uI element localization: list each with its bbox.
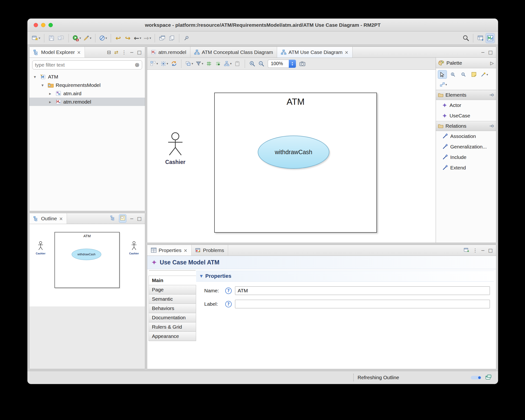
side-tab-page[interactable]: Page: [149, 285, 196, 294]
tab-class-diagram[interactable]: ATM Conceptual Class Diagram: [190, 47, 277, 57]
side-tab-appearance[interactable]: Appearance: [149, 331, 196, 341]
help-icon[interactable]: ?: [225, 301, 232, 307]
tab-properties[interactable]: Properties ×: [147, 245, 192, 256]
view-menu-icon[interactable]: ⋮: [122, 49, 126, 55]
zoom-window-button[interactable]: [48, 23, 53, 27]
progress-indicator[interactable]: [471, 376, 481, 379]
collapse-all-icon[interactable]: ⊟: [107, 49, 111, 55]
pin-open-icon[interactable]: [489, 92, 494, 98]
properties-section-header[interactable]: ▼ Properties: [196, 271, 494, 282]
palette-item-generalization[interactable]: Generalization...: [436, 142, 496, 152]
export-image-button[interactable]: [298, 59, 306, 68]
layers-button[interactable]: ▾: [185, 59, 194, 68]
palette-item-usecase[interactable]: ✦ UseCase: [436, 110, 496, 121]
palette-zoom-out-button[interactable]: [459, 70, 468, 79]
expand-icon[interactable]: ▸: [47, 100, 53, 104]
new-view-icon[interactable]: [464, 247, 469, 253]
paste-style-button[interactable]: [233, 59, 242, 68]
outline-tree-mode-icon[interactable]: [110, 215, 116, 222]
clear-filter-icon[interactable]: ⊗: [135, 62, 140, 68]
minimize-view-icon[interactable]: −: [481, 49, 485, 55]
tab-outline[interactable]: Outline ×: [29, 213, 67, 224]
side-tab-main[interactable]: Main: [149, 276, 196, 285]
next-edit-button[interactable]: ↪: [123, 33, 132, 43]
collapse-palette-icon[interactable]: ▷: [490, 60, 494, 66]
zoom-stepper[interactable]: ▴ ▾: [289, 60, 296, 68]
tab-problems[interactable]: Problems: [192, 245, 228, 256]
refresh-button[interactable]: [170, 59, 178, 68]
side-tab-documentation[interactable]: Documentation: [149, 313, 196, 322]
expand-icon[interactable]: ▾: [32, 74, 38, 79]
progress-view-icon[interactable]: [485, 374, 492, 381]
section-toggle-icon[interactable]: ▼: [200, 274, 203, 278]
arrange-button[interactable]: ▾: [223, 59, 232, 68]
label-input[interactable]: [235, 300, 490, 308]
tree-item-atm[interactable]: ▾ ATM: [29, 73, 145, 81]
minimize-view-icon[interactable]: −: [130, 216, 134, 221]
back-button[interactable]: ← ▾: [133, 33, 142, 43]
usecase-withdrawcash[interactable]: withdrawCash: [258, 136, 329, 169]
snap-to-grid-button[interactable]: [214, 59, 222, 68]
help-icon[interactable]: ?: [225, 288, 232, 294]
note-attachment-tool-button[interactable]: ▾: [480, 70, 489, 79]
minimize-window-button[interactable]: [41, 23, 45, 27]
diagram-canvas[interactable]: Cashier ATM withdrawCash: [147, 70, 436, 243]
close-icon[interactable]: ×: [345, 50, 348, 55]
side-tab-semantic[interactable]: Semantic: [149, 294, 196, 304]
search-button[interactable]: [461, 33, 470, 43]
tab-model-explorer[interactable]: Model Explorer ×: [29, 47, 85, 57]
palette-item-include[interactable]: Include: [436, 152, 496, 163]
palette-header[interactable]: Palette ▷: [436, 58, 496, 68]
minimize-view-icon[interactable]: −: [481, 247, 485, 253]
tree-item-atm-aird[interactable]: ▸ atm.aird: [29, 89, 145, 98]
rm2pt-perspective-button[interactable]: [486, 33, 495, 43]
filter-input[interactable]: [35, 62, 133, 68]
pin-editor-button[interactable]: [182, 33, 191, 43]
view-menu-icon[interactable]: ⋮: [473, 247, 478, 253]
minimize-view-icon[interactable]: −: [130, 49, 134, 55]
maximize-view-icon[interactable]: □: [137, 216, 142, 221]
close-window-button[interactable]: [34, 23, 38, 27]
link-with-editor-icon[interactable]: ⇄: [114, 49, 119, 55]
zoom-out-button[interactable]: [257, 59, 265, 68]
outline-overview-mode-icon[interactable]: [119, 214, 126, 223]
pin-open-icon[interactable]: [489, 123, 494, 129]
run-button[interactable]: ▾: [71, 33, 82, 43]
close-icon[interactable]: ×: [77, 50, 81, 55]
palette-section-relations[interactable]: Relations: [436, 121, 496, 131]
open-perspective-button[interactable]: [476, 33, 485, 43]
skip-breakpoints-button[interactable]: ▾: [98, 33, 108, 43]
link-tool-button[interactable]: ▾: [438, 80, 449, 89]
clone-editor-button[interactable]: [167, 33, 176, 43]
palette-item-extend[interactable]: Extend: [436, 163, 496, 173]
filters-button[interactable]: ▾: [195, 59, 204, 68]
close-icon[interactable]: ×: [184, 248, 188, 253]
select-tool-button[interactable]: [438, 70, 447, 79]
previous-edit-button[interactable]: ↩: [114, 33, 123, 43]
save-all-button[interactable]: [56, 33, 66, 43]
new-wizard-button[interactable]: ▾: [31, 33, 41, 43]
maximize-view-icon[interactable]: □: [137, 49, 142, 55]
close-icon[interactable]: ×: [59, 216, 63, 221]
tree-item-requirementsmodel[interactable]: ▾ RequirementsModel: [29, 81, 145, 89]
maximize-view-icon[interactable]: □: [488, 49, 493, 55]
tab-atm-remodel[interactable]: atm.remodel: [147, 47, 190, 57]
maximize-view-icon[interactable]: □: [488, 247, 493, 253]
name-input[interactable]: [235, 286, 490, 295]
actor-cashier[interactable]: Cashier: [164, 132, 186, 165]
palette-item-association[interactable]: Association: [436, 131, 496, 142]
tab-usecase-diagram[interactable]: ATM Use Case Diagram ×: [277, 47, 353, 57]
expand-icon[interactable]: ▾: [39, 83, 46, 88]
zoom-in-button[interactable]: [248, 59, 256, 68]
palette-item-actor[interactable]: ✦ Actor: [436, 100, 496, 110]
note-tool-button[interactable]: [469, 70, 478, 79]
palette-section-elements[interactable]: Elements: [436, 90, 496, 100]
forward-button[interactable]: → ▾: [143, 33, 152, 43]
side-tab-behaviors[interactable]: Behaviors: [149, 303, 196, 313]
side-tab-rulers-grid[interactable]: Rulers & Grid: [149, 322, 196, 332]
switch-editor-button[interactable]: [158, 33, 167, 43]
system-boundary[interactable]: ATM withdrawCash: [214, 93, 377, 233]
save-button[interactable]: [47, 33, 56, 43]
zoom-value[interactable]: 100%: [268, 60, 289, 68]
layout-mode-button[interactable]: ▾: [160, 59, 169, 68]
